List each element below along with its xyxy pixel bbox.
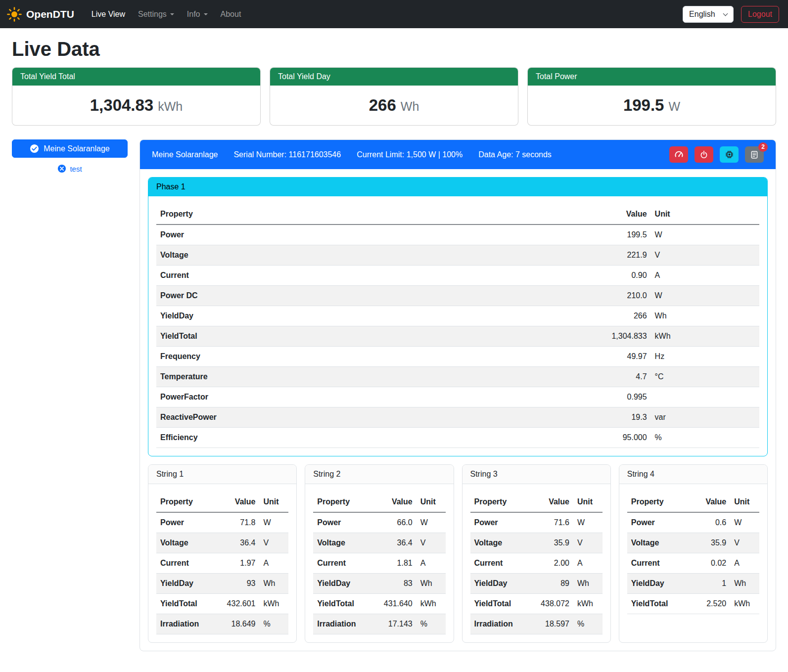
summary-card-body: 199.5W [528,86,776,125]
col-property: Property [156,492,220,512]
table-header-row: Property Value Unit [627,492,759,512]
nav-info[interactable]: Info [181,6,214,23]
col-unit: Unit [651,204,759,224]
inverter-button-test[interactable]: test [12,164,128,173]
col-unit: Unit [259,492,288,512]
string-card-2: String 2 Property Value Unit [305,464,454,643]
string-title: String 3 [463,465,610,484]
check-circle-icon [30,144,39,153]
phase-card: Phase 1 Property Value Unit [148,177,768,456]
summary-card-body: 266Wh [270,86,518,125]
col-unit: Unit [730,492,759,512]
property-cell: Power [156,512,220,533]
limit-settings-button[interactable] [669,146,688,163]
table-row: Current 0.02 A [627,553,759,574]
strings-row: String 1 Property Value Unit [148,464,768,643]
col-property: Property [156,204,530,224]
table-row: Irradiation 18.597 % [470,614,603,634]
col-value: Value [691,492,730,512]
value-cell: 35.9 [691,533,730,553]
value-cell: 66.0 [377,512,417,533]
value-cell: 221.9 [530,245,651,266]
table-row: Voltage 36.4 V [313,533,445,553]
event-log-button-wrap: 2 [745,146,764,163]
value-cell: 2.00 [534,553,573,574]
language-select[interactable]: English [683,6,734,23]
table-header-row: Property Value Unit [156,492,288,512]
unit-cell: Wh [417,574,446,594]
table-row: Power DC 210.0 W [156,286,759,306]
table-row: Voltage 35.9 V [470,533,603,553]
panel-actions: 2 [669,146,764,163]
property-cell: PowerFactor [156,387,530,407]
value-cell: 49.97 [530,347,651,367]
value-cell: 0.6 [691,512,730,533]
unit-cell: Wh [259,574,288,594]
string-title: String 2 [305,465,453,484]
nav-live-view[interactable]: Live View [85,6,132,23]
unit-cell: W [651,224,759,245]
value-cell: 199.5 [530,224,651,245]
unit-cell: A [259,553,288,574]
language-value: English [689,10,715,19]
value-cell: 71.8 [220,512,259,533]
value-cell: 36.4 [220,533,259,553]
table-row: YieldTotal 438.072 kWh [470,594,603,614]
unit-cell: % [417,614,446,634]
navbar: OpenDTU Live View Settings Info About En… [0,0,788,28]
value-cell: 432.601 [220,594,259,614]
table-row: Power 71.8 W [156,512,288,533]
chevron-down-icon [723,11,728,16]
summary-card-title: Total Power [528,68,776,86]
table-row: YieldTotal 1,304.833 kWh [156,326,759,347]
unit-cell: V [573,533,603,553]
property-cell: Power [470,512,534,533]
inverter-alt-label: test [70,165,82,173]
value-cell: 93 [220,574,259,594]
unit-cell [651,387,759,407]
unit-cell: W [730,512,759,533]
unit-cell: Wh [573,574,603,594]
inverter-panel: Meine Solaranlage Serial Number: 1161716… [139,139,776,651]
device-info-button[interactable] [720,146,739,163]
unit-cell: W [259,512,288,533]
property-cell: Voltage [313,533,376,553]
table-row: Voltage 36.4 V [156,533,288,553]
inverter-button-meine-solaranlage[interactable]: Meine Solaranlage [12,139,128,158]
string-body: Property Value Unit Power [148,484,296,642]
value-cell: 19.3 [530,407,651,428]
nav-settings[interactable]: Settings [132,6,181,23]
table-row: PowerFactor 0.995 [156,387,759,407]
logout-button[interactable]: Logout [741,6,779,23]
string-card-3: String 3 Property Value Unit [462,464,611,643]
panel-title: Meine Solaranlage [152,150,218,159]
value-cell: 2.520 [691,594,730,614]
unit-cell: V [651,245,759,266]
unit-cell: Wh [651,306,759,326]
table-row: Current 2.00 A [470,553,603,574]
unit-cell: V [730,533,759,553]
value-cell: 4.7 [530,367,651,387]
nav-about[interactable]: About [214,6,248,23]
power-icon [699,150,708,159]
unit-cell: kWh [730,594,759,614]
brand-link[interactable]: OpenDTU [7,7,74,22]
table-row: YieldTotal 2.520 kWh [627,594,759,614]
property-cell: Voltage [470,533,534,553]
string-body: Property Value Unit Power [305,484,453,642]
value-cell: 210.0 [530,286,651,306]
unit-cell: kWh [259,594,288,614]
navbar-right: English Logout [683,6,781,23]
value-cell: 18.649 [220,614,259,634]
property-cell: Power [627,512,691,533]
table-row: YieldDay 93 Wh [156,574,288,594]
brand-name: OpenDTU [26,8,74,20]
power-button[interactable] [695,146,713,163]
property-cell: YieldDay [156,574,220,594]
unit-cell: A [651,266,759,286]
sun-icon [7,7,22,22]
table-header-row: Property Value Unit [156,204,759,224]
property-cell: ReactivePower [156,407,530,428]
summary-card-total-yield-day: Total Yield Day 266Wh [270,67,518,126]
table-row: YieldDay 83 Wh [313,574,445,594]
